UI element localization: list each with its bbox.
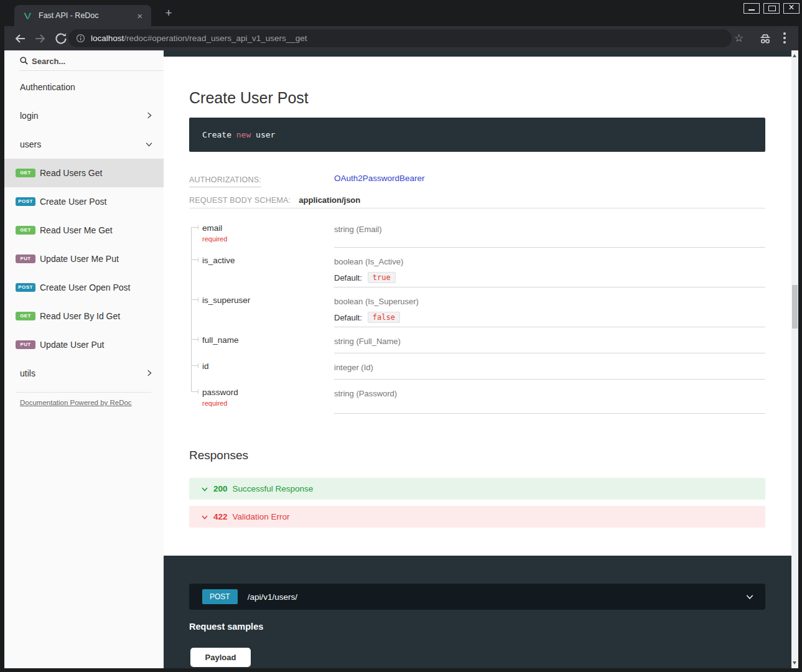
default-value-badge: false: [368, 312, 400, 323]
method-badge-put: PUT: [16, 340, 35, 349]
schema-table: email required string (Email) is_active …: [189, 215, 765, 414]
default-value-badge: true: [368, 272, 396, 283]
tab-close-icon[interactable]: ×: [137, 11, 142, 21]
scroll-up-arrow[interactable]: [791, 52, 798, 60]
redoc-footer-link[interactable]: Documentation Powered by ReDoc: [20, 399, 132, 406]
forward-icon[interactable]: [33, 31, 48, 46]
previous-section-strip: [164, 50, 791, 57]
sidebar-item-create-user-post[interactable]: POST Create User Post: [4, 187, 164, 216]
search-box: [4, 50, 156, 71]
sidebar-item-login[interactable]: login: [4, 101, 164, 130]
browser-menu-icon[interactable]: [783, 32, 786, 45]
endpoint-path: /api/v1/users/: [248, 592, 297, 602]
sidebar-item-utils[interactable]: utils: [4, 359, 164, 388]
sidebar-item-read-user-me-get[interactable]: GET Read User Me Get: [4, 216, 164, 245]
payload-tab[interactable]: Payload: [190, 648, 251, 667]
schema-row-is-active: is_active boolean (Is_Active) Default: t…: [189, 248, 765, 287]
request-samples-heading: Request samples: [189, 622, 263, 632]
field-required: required: [202, 399, 334, 407]
schema-header-divider: [189, 208, 765, 208]
tab-bar: Fast API - ReDoc × +: [0, 0, 802, 26]
search-input[interactable]: [32, 54, 151, 68]
endpoint-dropdown[interactable]: POST /api/v1/users/: [189, 584, 765, 610]
schema-row-password: password required string (Password): [189, 380, 765, 414]
sidebar-item-authentication[interactable]: Authentication: [4, 73, 164, 101]
bookmark-star-icon[interactable]: ☆: [734, 32, 744, 45]
chevron-down-icon: [201, 485, 208, 493]
site-info-icon[interactable]: [76, 34, 85, 43]
window-controls: [744, 3, 800, 14]
method-badge-get: GET: [16, 312, 35, 320]
field-type: string (Password): [334, 389, 397, 398]
sidebar-item-update-user-me-put[interactable]: PUT Update User Me Put: [4, 245, 164, 273]
chevron-down-icon: [144, 139, 154, 149]
method-badge-get: GET: [16, 169, 35, 177]
back-icon[interactable]: [12, 31, 27, 46]
sidebar-item-create-user-open-post[interactable]: POST Create User Open Post: [4, 273, 164, 302]
oauth2-link[interactable]: OAuth2PasswordBearer: [334, 174, 425, 183]
page-scrollbar[interactable]: [791, 50, 798, 668]
response-200-panel[interactable]: 200 Successful Response: [189, 478, 765, 500]
operation-description-code: Create new user: [189, 118, 765, 152]
sidebar: Authentication login users GET Read: [4, 50, 164, 668]
address-bar[interactable]: localhost/redoc#operation/read_users_api…: [68, 29, 732, 47]
method-badge-get: GET: [16, 226, 35, 235]
field-name: id: [202, 362, 334, 371]
field-name: is_active: [202, 256, 334, 265]
default-label: Default:: [334, 313, 362, 322]
main-content: Create User Post Create new user AUTHORI…: [164, 50, 798, 668]
request-body-label: REQUEST BODY SCHEMA:: [189, 196, 291, 205]
method-chip-post: POST: [202, 589, 238, 604]
field-name: full_name: [202, 335, 334, 345]
chevron-right-icon: [144, 111, 154, 120]
browser-window: Fast API - ReDoc × + localhost/red: [0, 0, 802, 672]
v-logo-favicon-icon: [23, 11, 32, 21]
field-name: email: [202, 223, 334, 233]
response-422-panel[interactable]: 422 Validation Error: [189, 506, 765, 528]
tab-title: Fast API - ReDoc: [39, 11, 131, 20]
field-type: boolean (Is_Superuser): [334, 297, 419, 306]
method-badge-put: PUT: [16, 254, 35, 263]
field-type: string (Email): [334, 225, 382, 234]
field-type: string (Full_Name): [334, 337, 401, 346]
field-type: integer (Id): [334, 363, 373, 372]
method-badge-post: POST: [16, 283, 35, 292]
chevron-down-icon: [745, 592, 754, 601]
responses-heading: Responses: [189, 449, 248, 462]
scroll-down-arrow[interactable]: [791, 659, 798, 667]
field-name: is_superuser: [202, 296, 334, 305]
maximize-button[interactable]: [763, 3, 780, 14]
search-icon: [19, 56, 29, 65]
sidebar-footer-divider: [16, 392, 151, 393]
minimize-button[interactable]: [744, 3, 760, 14]
scrollbar-thumb[interactable]: [792, 285, 798, 329]
schema-row-id: id integer (Id): [189, 353, 765, 380]
incognito-icon[interactable]: [758, 32, 772, 45]
close-button[interactable]: [783, 3, 800, 14]
reload-icon[interactable]: [54, 31, 68, 46]
method-badge-post: POST: [16, 197, 35, 206]
authorizations-label: AUTHORIZATIONS:: [189, 175, 261, 187]
authorizations-row: AUTHORIZATIONS: OAuth2PasswordBearer: [189, 174, 765, 187]
operation-title: Create User Post: [189, 89, 309, 107]
sidebar-item-users[interactable]: users: [4, 130, 164, 159]
default-label: Default:: [334, 273, 362, 282]
search-divider: [19, 70, 164, 71]
samples-panel: POST /api/v1/users/ Request samples Payl…: [164, 556, 791, 668]
chevron-right-icon: [144, 368, 154, 378]
url-text: localhost/redoc#operation/read_users_api…: [91, 34, 307, 43]
content-type-value: application/json: [299, 195, 360, 205]
request-body-row: REQUEST BODY SCHEMA: application/json: [189, 195, 360, 205]
sidebar-nav: Authentication login users GET Read: [4, 73, 164, 388]
sidebar-item-read-users-get[interactable]: GET Read Users Get: [4, 159, 164, 187]
chevron-down-icon: [201, 513, 208, 521]
sidebar-item-read-user-by-id-get[interactable]: GET Read User By Id Get: [4, 302, 164, 330]
schema-row-email: email required string (Email): [189, 215, 765, 248]
browser-tab[interactable]: Fast API - ReDoc ×: [14, 5, 151, 26]
sidebar-item-update-user-put[interactable]: PUT Update User Put: [4, 330, 164, 359]
schema-row-full-name: full_name string (Full_Name): [189, 327, 765, 353]
redoc-page: Authentication login users GET Read: [4, 50, 798, 668]
field-required: required: [202, 235, 334, 243]
field-type: boolean (Is_Active): [334, 257, 403, 266]
new-tab-button[interactable]: +: [162, 6, 175, 20]
